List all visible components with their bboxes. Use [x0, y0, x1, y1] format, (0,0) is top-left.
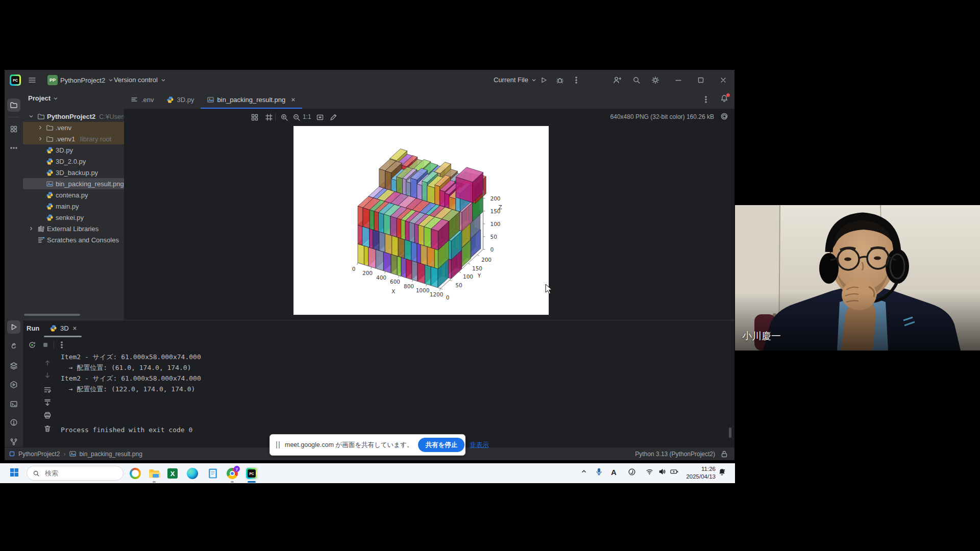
project-panel-header[interactable]: Project — [28, 94, 59, 102]
clear-console-icon[interactable] — [43, 424, 52, 433]
toggle-chessboard-icon[interactable] — [265, 113, 273, 121]
taskbar-clock[interactable]: 11:26 2025/04/13 — [682, 465, 716, 481]
tree-item-pythonproject2[interactable]: PythonProject2C:¥Users¥one¥ — [23, 111, 124, 122]
tab-bin-packing-result-png[interactable]: bin_packing_result.png — [201, 90, 303, 109]
main-menu-icon[interactable] — [28, 76, 36, 84]
lock-icon[interactable] — [720, 450, 728, 458]
rerun-icon[interactable] — [28, 341, 36, 349]
taskbar-app-edge[interactable] — [186, 467, 199, 480]
tree-item-label: 3D.py — [56, 146, 73, 154]
minimize-icon[interactable] — [674, 76, 682, 84]
start-button[interactable] — [8, 467, 21, 480]
notifications-bell-icon[interactable] — [720, 94, 728, 103]
tree-item-3d-py[interactable]: 3D.py — [23, 144, 124, 156]
project-hscrollbar[interactable] — [24, 314, 80, 316]
activity-bar-project-icon[interactable] — [7, 98, 20, 112]
image-zoom-ratio[interactable]: 1:1 — [303, 113, 311, 120]
activity-bar-run-anything-icon[interactable] — [7, 378, 20, 391]
toggle-grid-icon[interactable] — [251, 113, 259, 121]
breadcrumb-file[interactable]: bin_packing_result.png — [79, 450, 142, 458]
stop-icon[interactable] — [41, 341, 50, 349]
tab-3d-py[interactable]: 3D.py — [160, 90, 201, 109]
tray-wifi-icon[interactable] — [645, 468, 654, 475]
chevron-right-icon[interactable] — [28, 226, 34, 232]
python-icon — [166, 96, 174, 104]
tree-item-external-libraries[interactable]: External Libraries — [23, 223, 124, 234]
edit-externally-icon[interactable] — [329, 113, 337, 121]
search-everywhere-icon[interactable] — [632, 76, 641, 84]
taskbar-app-notepad[interactable] — [206, 467, 219, 480]
taskbar-app-excel[interactable]: X — [166, 467, 179, 480]
taskbar-app-chrome[interactable]: y — [226, 467, 239, 480]
tree-item--venv1[interactable]: .venv1library root — [23, 133, 124, 144]
tree-item-contena-py[interactable]: contena.py — [23, 189, 124, 201]
tab--env[interactable]: .env — [124, 90, 160, 109]
code-with-me-icon[interactable] — [613, 76, 621, 84]
tab-options-icon[interactable] — [702, 95, 710, 104]
pycharm-logo[interactable]: PC — [10, 74, 21, 86]
tray-microphone-icon[interactable] — [595, 468, 603, 475]
settings-icon[interactable] — [651, 76, 659, 84]
tree-item-scratches-and-consoles[interactable]: Scratches and Consoles — [23, 234, 124, 245]
console-more-icon[interactable] — [58, 341, 66, 349]
chevron-right-icon[interactable] — [37, 136, 43, 142]
tray-notifications-icon[interactable]: z — [718, 468, 726, 477]
project-widget[interactable]: PP PythonProject2 — [47, 75, 114, 85]
scroll-to-end-icon[interactable] — [43, 398, 52, 407]
tree-item-3d-2-0-py[interactable]: 3D_2.0.py — [23, 156, 124, 167]
hide-link[interactable]: 非表示 — [470, 441, 489, 449]
next-occurrence-icon[interactable] — [43, 371, 52, 380]
close-tab-icon[interactable] — [290, 97, 296, 103]
interpreter-widget[interactable]: Python 3.13 (PythonProject2) — [635, 450, 715, 458]
breadcrumb-separator: › — [63, 450, 65, 458]
tray-volume-icon[interactable] — [658, 468, 667, 475]
debug-button[interactable] — [556, 76, 564, 84]
tray-ime-mode[interactable]: A — [611, 468, 617, 477]
chevron-down-icon[interactable] — [28, 113, 34, 119]
ai-assistant-icon[interactable] — [720, 112, 728, 120]
chevron-down-icon — [531, 77, 537, 83]
activity-bar-python-console-icon[interactable] — [7, 340, 20, 353]
tree-item-3d-backup-py[interactable]: 3D_backup.py — [23, 167, 124, 178]
tray-hidden-icons-icon[interactable] — [580, 468, 587, 475]
activity-bar-problems-icon[interactable] — [7, 416, 20, 429]
tray-battery-icon[interactable] — [669, 468, 679, 475]
image-icon — [207, 96, 214, 104]
zoom-in-icon[interactable] — [280, 113, 288, 121]
close-icon[interactable] — [72, 325, 78, 331]
activity-bar-terminal-icon[interactable] — [7, 397, 20, 411]
console-vscrollbar[interactable] — [729, 428, 731, 438]
tree-item-bin-packing-result-png[interactable]: bin_packing_result.png — [23, 178, 124, 189]
chevron-right-icon[interactable] — [37, 124, 43, 131]
activity-bar-run-icon[interactable] — [7, 320, 20, 334]
taskbar-app-pycharm[interactable]: PC — [245, 467, 258, 480]
run-tab-3d[interactable]: 3D — [50, 324, 78, 332]
activity-bar-more-tool-windows-icon[interactable] — [7, 141, 20, 155]
run-config-widget[interactable]: Current File — [494, 76, 537, 84]
close-icon[interactable] — [719, 76, 727, 84]
vcs-widget[interactable]: Version control — [114, 76, 166, 84]
run-button[interactable] — [540, 76, 548, 84]
activity-bar-services-icon[interactable] — [7, 359, 20, 372]
taskbar-search[interactable] — [27, 466, 124, 481]
drag-handle-icon[interactable] — [276, 441, 280, 448]
fit-zoom-icon[interactable] — [316, 113, 324, 121]
print-icon[interactable] — [43, 411, 52, 419]
zoom-out-icon[interactable] — [292, 113, 301, 121]
tray-tray-app-icon[interactable] — [628, 468, 636, 476]
maximize-icon[interactable] — [697, 76, 705, 84]
taskbar-app-explorer[interactable] — [148, 467, 161, 480]
more-actions-icon[interactable] — [572, 76, 580, 84]
soft-wrap-icon[interactable] — [43, 386, 52, 394]
stop-sharing-button[interactable]: 共有を停止 — [418, 438, 464, 452]
breadcrumb-project[interactable]: PythonProject2 — [18, 450, 60, 458]
meet-share-bar: meet.google.com が画面を共有しています。 共有を停止 非表示 — [270, 434, 465, 456]
tree-item-main-py[interactable]: main.py — [23, 201, 124, 212]
tree-item--venv[interactable]: .venv — [23, 122, 124, 133]
tree-item-senkei-py[interactable]: senkei.py — [23, 212, 124, 223]
search-input[interactable] — [44, 469, 107, 478]
taskbar-app-copilot[interactable] — [129, 467, 142, 480]
activity-bar-structure-icon[interactable] — [7, 122, 20, 136]
libraries-icon — [37, 224, 45, 233]
prev-occurrence-icon[interactable] — [43, 359, 52, 367]
